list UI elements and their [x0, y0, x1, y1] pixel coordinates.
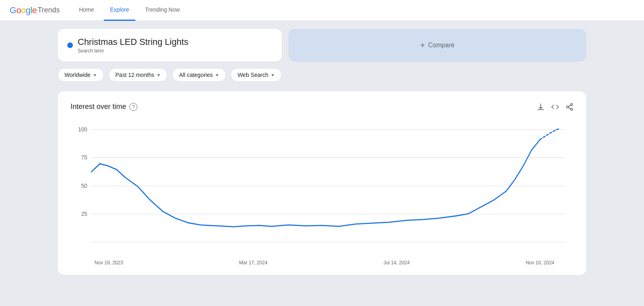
- chart-actions: [537, 103, 574, 111]
- svg-point-2: [571, 108, 573, 110]
- search-type-label: Search term: [78, 48, 188, 54]
- svg-line-4: [568, 105, 571, 106]
- nav-trending-now[interactable]: Trending Now: [139, 0, 186, 21]
- svg-text:75: 75: [81, 154, 87, 161]
- chart-header: Interest over time ?: [70, 103, 574, 111]
- svg-text:50: 50: [81, 182, 87, 189]
- svg-text:100: 100: [78, 126, 87, 133]
- search-row: Christmas LED String Lights Search term …: [58, 29, 586, 62]
- share-button[interactable]: [566, 103, 574, 111]
- x-label-3: Nov 10, 2024: [526, 260, 554, 266]
- filter-category[interactable]: All categories ▼: [172, 68, 226, 82]
- logo-area: Google Trends: [10, 5, 60, 16]
- main-content: Christmas LED String Lights Search term …: [42, 21, 602, 283]
- chevron-down-icon: ▼: [157, 73, 161, 77]
- chevron-down-icon: ▼: [93, 73, 97, 77]
- x-label-2: Jul 14, 2024: [384, 260, 410, 266]
- chart-area: 100 75 50 25: [70, 121, 574, 257]
- trends-logo-text: Trends: [38, 6, 60, 14]
- filter-search-type[interactable]: Web Search ▼: [231, 68, 282, 82]
- search-box[interactable]: Christmas LED String Lights Search term: [58, 29, 282, 62]
- filter-time-label: Past 12 months: [115, 72, 154, 78]
- svg-point-1: [567, 106, 569, 108]
- search-term-label: Christmas LED String Lights: [78, 37, 188, 47]
- chevron-down-icon: ▼: [215, 73, 219, 77]
- x-label-1: Mar 17, 2024: [239, 260, 268, 266]
- compare-label: Compare: [428, 42, 455, 49]
- filter-search-type-label: Web Search: [237, 72, 268, 78]
- chart-title: Interest over time: [70, 103, 126, 111]
- filter-category-label: All categories: [179, 72, 213, 78]
- help-icon[interactable]: ?: [129, 103, 137, 111]
- search-dot: [67, 42, 73, 48]
- svg-point-0: [571, 103, 573, 105]
- x-axis-labels: Nov 19, 2023 Mar 17, 2024 Jul 14, 2024 N…: [70, 257, 574, 266]
- filter-time[interactable]: Past 12 months ▼: [109, 68, 167, 82]
- chevron-down-icon: ▼: [271, 73, 275, 77]
- embed-button[interactable]: [551, 103, 559, 111]
- chart-card: Interest over time ?: [58, 91, 586, 275]
- filter-row: Worldwide ▼ Past 12 months ▼ All categor…: [58, 68, 586, 82]
- main-nav: Home Explore Trending Now: [72, 0, 186, 21]
- svg-line-3: [568, 107, 571, 109]
- filter-region[interactable]: Worldwide ▼: [58, 68, 104, 82]
- x-label-0: Nov 19, 2023: [95, 260, 123, 266]
- download-button[interactable]: [537, 103, 545, 111]
- svg-text:25: 25: [81, 210, 87, 217]
- chart-title-area: Interest over time ?: [70, 103, 137, 111]
- header: Google Trends Home Explore Trending Now: [0, 0, 644, 21]
- google-logo: Google: [10, 5, 37, 16]
- nav-home[interactable]: Home: [72, 0, 100, 21]
- compare-box[interactable]: + Compare: [288, 29, 586, 62]
- trend-line-projected: [540, 129, 559, 139]
- filter-region-label: Worldwide: [64, 72, 91, 78]
- help-icon-label: ?: [132, 104, 135, 110]
- chart-svg: 100 75 50 25: [70, 121, 574, 257]
- trend-line: [91, 140, 540, 227]
- nav-explore[interactable]: Explore: [104, 0, 135, 21]
- plus-icon: +: [420, 41, 425, 50]
- search-term-area: Christmas LED String Lights Search term: [78, 37, 188, 54]
